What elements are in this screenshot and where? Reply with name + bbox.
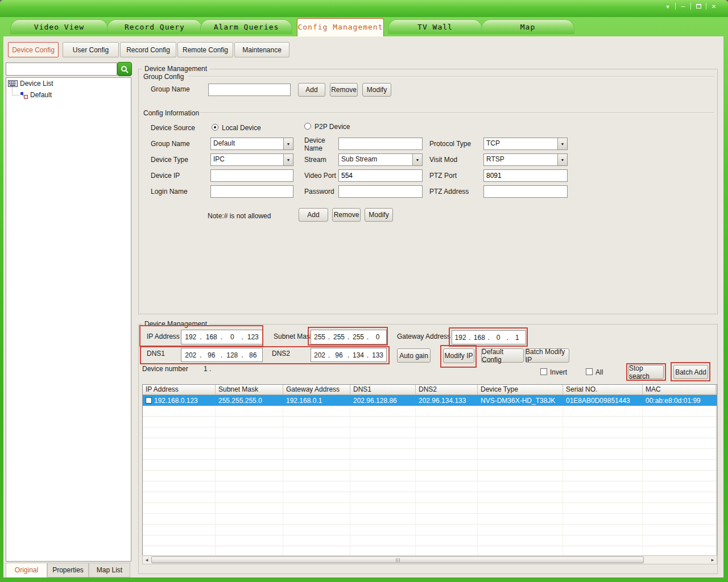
- device-number-label: Device number: [142, 365, 188, 373]
- stop-search-button[interactable]: Stop search: [628, 365, 664, 379]
- ptz-address-input[interactable]: [483, 185, 568, 198]
- ip-octet: 128: [223, 351, 242, 359]
- minimize-button[interactable]: ─: [676, 2, 690, 10]
- column-header[interactable]: Serial NO.: [563, 385, 643, 394]
- subtab-user-config[interactable]: User Config: [63, 42, 119, 57]
- empty-cell: [216, 449, 283, 459]
- login-name-input[interactable]: [210, 185, 293, 198]
- ptz-port-input[interactable]: [483, 169, 568, 182]
- horizontal-scrollbar[interactable]: ◄ ►: [142, 555, 717, 564]
- auto-gain-button[interactable]: Auto gain: [397, 348, 431, 363]
- gateway-address-label: Gateway Address: [397, 332, 450, 340]
- tab-tv-wall[interactable]: TV Wall: [388, 19, 482, 34]
- all-checkbox[interactable]: [586, 368, 593, 375]
- tab-map[interactable]: Map: [481, 19, 574, 34]
- empty-cell: [563, 460, 643, 470]
- dns1-input[interactable]: 202 96 128 86: [181, 348, 263, 362]
- dns2-input[interactable]: 202 96 134 133: [311, 348, 387, 362]
- table-row[interactable]: 192.168.0.123255.255.255.0192.168.0.1202…: [143, 395, 717, 406]
- password-input[interactable]: [338, 185, 423, 198]
- empty-cell: [563, 427, 643, 438]
- selected-value: IPC: [211, 154, 283, 165]
- ip-octet: 255: [330, 333, 348, 341]
- column-header[interactable]: DNS1: [350, 385, 416, 394]
- column-header[interactable]: Gateway Address: [283, 385, 350, 394]
- column-header[interactable]: Device Type: [478, 385, 563, 394]
- empty-cell: [643, 471, 716, 481]
- group-name-input[interactable]: [208, 84, 291, 96]
- empty-cell: [216, 417, 283, 427]
- modify-ip-button[interactable]: Modify IP: [443, 348, 474, 363]
- panel-tab-properties[interactable]: Properties: [47, 563, 89, 577]
- device-modify-button[interactable]: Modify: [365, 208, 393, 222]
- row-checkbox[interactable]: [146, 397, 152, 404]
- empty-table-row: [143, 503, 717, 514]
- protocol-type-select[interactable]: TCP ▼: [483, 138, 568, 150]
- empty-cell: [283, 460, 350, 470]
- batch-add-button[interactable]: Batch Add: [673, 365, 708, 379]
- ip-octet: 192: [452, 334, 469, 342]
- empty-cell: [563, 438, 643, 448]
- subtab-record-config[interactable]: Record Config: [120, 42, 176, 57]
- invert-checkbox[interactable]: [540, 368, 547, 375]
- column-header[interactable]: IP Address: [143, 385, 216, 394]
- scroll-right-arrow-icon[interactable]: ►: [709, 556, 717, 563]
- tab-config-management[interactable]: Config Management: [297, 18, 384, 36]
- tab-video-view[interactable]: Video View: [10, 19, 108, 34]
- empty-cell: [350, 427, 416, 438]
- window-menu-button[interactable]: ▾: [660, 2, 675, 10]
- video-port-input[interactable]: [338, 169, 423, 182]
- empty-cell: [563, 406, 643, 416]
- close-button[interactable]: ✕: [706, 2, 721, 10]
- visit-mod-select[interactable]: RTSP ▼: [483, 153, 568, 166]
- group-add-button[interactable]: Add: [298, 83, 325, 97]
- subnet-mask-input[interactable]: 255 255 255 0: [311, 330, 387, 344]
- tree-item-default[interactable]: Default: [6, 89, 131, 101]
- subtab-maintenance[interactable]: Maintenance: [234, 42, 289, 57]
- search-button[interactable]: [117, 62, 132, 76]
- local-device-radio[interactable]: [212, 124, 218, 131]
- p2p-device-radio[interactable]: [304, 123, 311, 130]
- group-modify-button[interactable]: Modify: [362, 83, 391, 97]
- tab-alarm-queries[interactable]: Alarm Queries: [200, 19, 292, 34]
- all-label: All: [595, 368, 603, 376]
- device-add-button[interactable]: Add: [299, 208, 328, 222]
- device-name-label: Device Name: [304, 136, 336, 152]
- ip-octet: 0: [223, 333, 242, 341]
- device-ip-input[interactable]: [210, 169, 293, 182]
- tab-record-query[interactable]: Record Query: [107, 19, 202, 34]
- cfg-group-name-select[interactable]: Default ▼: [210, 138, 293, 150]
- empty-cell: [143, 406, 216, 416]
- empty-cell: [416, 438, 478, 448]
- tree-item-device-list[interactable]: Device List: [6, 78, 131, 89]
- gateway-address-input[interactable]: 192 168 0 1: [452, 330, 526, 344]
- search-input[interactable]: [6, 63, 117, 76]
- search-icon: [121, 65, 129, 73]
- subtab-remote-config[interactable]: Remote Config: [177, 42, 233, 57]
- device-name-input[interactable]: [338, 138, 423, 150]
- device-remove-button[interactable]: Remove: [332, 208, 361, 222]
- groupbox-title: Device Management: [142, 65, 209, 73]
- scrollbar-thumb[interactable]: [151, 556, 644, 563]
- empty-cell: [283, 525, 350, 535]
- default-config-button[interactable]: Default Config: [481, 348, 524, 363]
- empty-cell: [478, 406, 563, 416]
- chevron-down-icon: ▼: [283, 154, 293, 165]
- ip-address-input[interactable]: 192 168 0 123: [181, 330, 263, 344]
- minimize-icon: ─: [681, 3, 685, 10]
- batch-modify-ip-button[interactable]: Batch Modify IP: [525, 348, 569, 363]
- column-header[interactable]: DNS2: [416, 385, 478, 394]
- subtab-device-config[interactable]: Device Config: [8, 42, 59, 57]
- group-remove-button[interactable]: Remove: [330, 83, 358, 97]
- empty-table-row: [143, 492, 717, 503]
- stream-select[interactable]: Sub Stream ▼: [338, 153, 423, 166]
- maximize-button[interactable]: [691, 2, 706, 10]
- column-header[interactable]: Subnet Mask: [216, 385, 283, 394]
- ip-octet: 123: [244, 333, 263, 341]
- device-type-select[interactable]: IPC ▼: [210, 153, 293, 166]
- panel-tab-map-list[interactable]: Map List: [89, 563, 130, 577]
- panel-tab-original[interactable]: Original: [6, 563, 47, 577]
- empty-cell: [216, 503, 283, 513]
- scroll-left-arrow-icon[interactable]: ◄: [143, 556, 151, 563]
- column-header[interactable]: MAC: [643, 385, 716, 394]
